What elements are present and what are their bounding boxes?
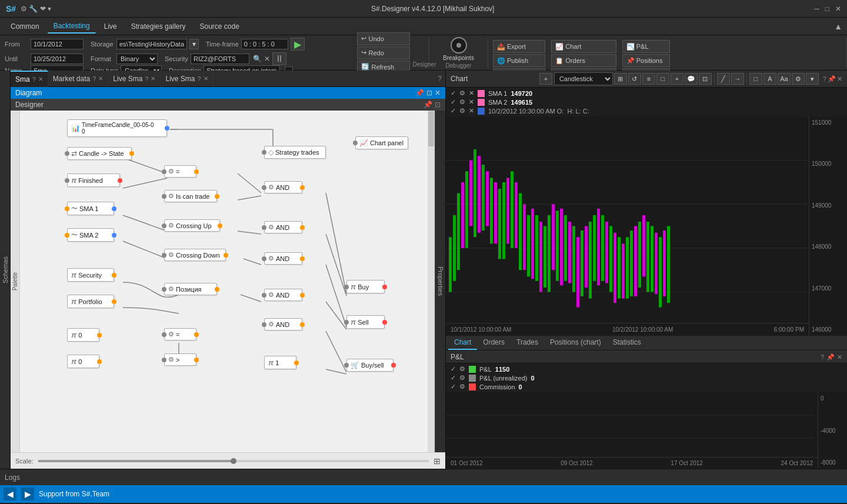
node-crossing-down[interactable]: ⚙ Crossing Down (164, 249, 226, 261)
ct-btn12[interactable]: Aa (778, 73, 791, 85)
node-eq1[interactable]: ⚙ = (164, 165, 196, 178)
tab-live1-help[interactable]: ? (145, 75, 148, 82)
node-finished[interactable]: π Finished (67, 173, 120, 187)
ct-btn5[interactable]: + (671, 73, 683, 85)
menubar-item-live[interactable]: Live (98, 20, 123, 33)
chart-area-main[interactable]: 151000 150000 149000 148000 147000 14600… (446, 116, 847, 336)
tab-live2-help[interactable]: ? (198, 75, 201, 82)
ct-btn9[interactable]: → (731, 73, 744, 85)
designer-float[interactable]: ⊡ (435, 101, 441, 109)
chart-add-btn[interactable]: + (539, 73, 552, 85)
series-gear2[interactable]: ⚙ (459, 98, 465, 106)
schemas-tab[interactable]: Schemas (0, 71, 11, 469)
pnl-chart-area[interactable]: 0 -4000 -8000 01 Oct 2012 09 Oct 2012 17… (446, 392, 847, 469)
series-check3[interactable]: ✓ (451, 107, 456, 115)
scale-slider[interactable] (38, 460, 429, 462)
node-security[interactable]: π Security (67, 268, 114, 282)
format-select[interactable]: Binary (116, 54, 158, 64)
breakpoints-btn[interactable]: Breakpoints (444, 36, 473, 61)
ct-btn10[interactable]: □ (749, 73, 762, 85)
node-candle-state[interactable]: ⇄ Candle -> State (67, 147, 132, 160)
pnl-btn[interactable]: 📉 P&L (622, 40, 670, 53)
node-and1[interactable]: ⚙ AND (264, 181, 302, 193)
status-forward-btn[interactable]: ▶ (21, 488, 34, 500)
chart-btn[interactable]: 📈 Chart (551, 40, 616, 53)
collapse-icon[interactable]: ▲ (834, 22, 842, 31)
status-back-btn[interactable]: ◀ (4, 488, 16, 500)
designer-pin[interactable]: 📌 (424, 101, 432, 109)
series-check1[interactable]: ✓ (451, 89, 456, 97)
series-gear1[interactable]: ⚙ (459, 89, 465, 97)
tab-sma-help[interactable]: ? (32, 76, 36, 83)
node-pozicija[interactable]: ⚙ Позиция (164, 283, 217, 295)
node-one[interactable]: π 1 (264, 356, 296, 369)
chart-close-btn[interactable]: ✕ (837, 75, 842, 83)
menubar-item-backtesting[interactable]: Backtesting (48, 19, 96, 34)
menubar-item-common[interactable]: Common (5, 20, 45, 33)
until-input[interactable] (31, 54, 84, 64)
chart-pin[interactable]: 📌 (828, 75, 836, 83)
timeframe-input[interactable] (241, 39, 288, 49)
node-iscan-trade[interactable]: ⚙ Is can trade (164, 190, 217, 202)
node-buysell[interactable]: 🛒 Buy/sell (346, 359, 394, 372)
security-input[interactable] (191, 54, 249, 64)
node-and4[interactable]: ⚙ AND (264, 289, 302, 301)
pnl-close[interactable]: ✕ (837, 353, 842, 361)
undo-btn[interactable]: ↩ Undo (357, 32, 410, 45)
palette-tab[interactable]: Palette (11, 111, 20, 452)
tab-market-help[interactable]: ? (92, 75, 96, 82)
ct-btn3[interactable]: ≡ (642, 73, 655, 85)
diagram-canvas[interactable]: Palette (11, 111, 445, 452)
pnl-help[interactable]: ? (821, 353, 824, 361)
scale-icon[interactable]: ⊞ (433, 456, 441, 466)
diagram-scrollbar[interactable] (428, 111, 435, 452)
menubar-item-strategies[interactable]: Strategies gallery (125, 20, 192, 33)
ct-btn6[interactable]: 💬 (685, 73, 698, 85)
node-crossing-up[interactable]: ⚙ Crossing Up (164, 219, 220, 232)
node-sell[interactable]: π Sell (346, 315, 385, 329)
properties-side-tab[interactable]: Properties (435, 111, 445, 452)
node-timeframecandle[interactable]: 📊 TimeFrameCandle_00-05-0 0 (67, 119, 167, 137)
positions-btn[interactable]: 📌 Positions (622, 54, 670, 67)
node-chart-panel[interactable]: 📈 Chart panel (355, 136, 408, 149)
series-gear3[interactable]: ⚙ (459, 107, 465, 115)
pnl-gear3[interactable]: ⚙ (459, 383, 465, 390)
node-sma2[interactable]: 〜 SMA 2 (67, 228, 114, 242)
pnl-pin[interactable]: 📌 (826, 353, 835, 361)
tab-sma-close[interactable]: ✕ (38, 76, 43, 82)
node-and3[interactable]: ⚙ AND (264, 252, 302, 265)
node-portfolio[interactable]: π Portfolio (67, 295, 114, 308)
series-x1[interactable]: ✕ (469, 89, 474, 97)
security-clear[interactable]: ✕ (264, 55, 270, 63)
export-btn[interactable]: 📤 Export (493, 40, 545, 53)
node-eq2[interactable]: ⚙ = (164, 328, 196, 341)
close-icon[interactable]: ✕ (835, 5, 841, 13)
chart-tab-statistics[interactable]: Statistics (607, 336, 647, 350)
ct-btn2[interactable]: ↺ (628, 73, 641, 85)
tab-market-close[interactable]: ✕ (98, 75, 103, 82)
pnl-check2[interactable]: ✓ (451, 374, 456, 382)
series-x2[interactable]: ✕ (469, 98, 474, 106)
ct-btn13[interactable]: ⚙ (792, 73, 805, 85)
tab-sma[interactable]: Sma ? ✕ (11, 71, 48, 87)
ct-btn7[interactable]: ⊡ (699, 73, 712, 85)
menubar-item-source[interactable]: Source code (194, 20, 245, 33)
pause-btn[interactable]: ⏸ (272, 52, 286, 65)
chart-tab-positions[interactable]: Positions (chart) (544, 336, 607, 350)
pnl-gear1[interactable]: ⚙ (459, 365, 465, 373)
storage-dropdown[interactable]: ▾ (189, 39, 199, 49)
chart-tab-chart[interactable]: Chart (448, 336, 477, 350)
storage-input[interactable] (116, 39, 187, 49)
chart-help[interactable]: ? (823, 75, 826, 82)
minimize-icon[interactable]: ─ (814, 5, 819, 13)
node-buy[interactable]: π Buy (346, 280, 385, 293)
diagram-pin[interactable]: 📌 (415, 89, 424, 97)
ct-btn14[interactable]: ▾ (806, 73, 819, 85)
redo-btn[interactable]: ↪ Redo (357, 46, 410, 59)
from-input[interactable] (31, 39, 84, 49)
scroll-thumb[interactable] (428, 111, 434, 146)
tab-live-sma2[interactable]: Live Sma ? ✕ (161, 71, 213, 87)
node-zero1[interactable]: π 0 (67, 328, 99, 342)
pnl-check3[interactable]: ✓ (451, 383, 456, 390)
tab-live1-close[interactable]: ✕ (151, 75, 155, 82)
